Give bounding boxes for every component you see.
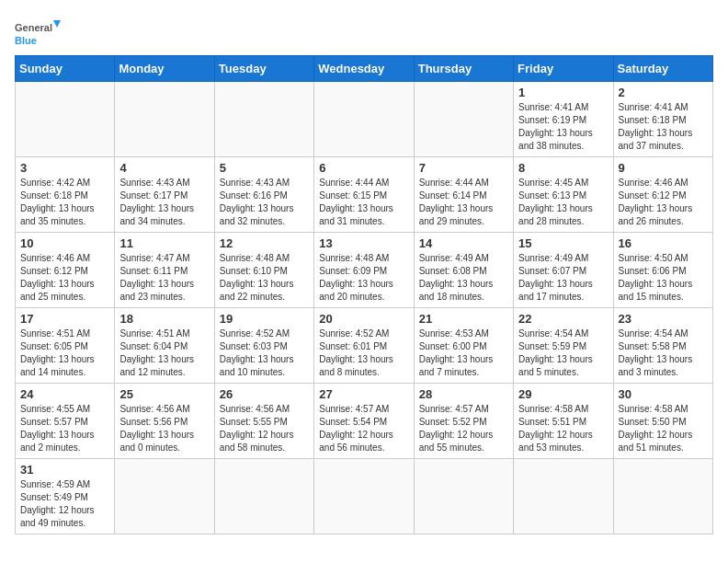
day-info: Sunrise: 4:51 AM Sunset: 6:04 PM Dayligh… <box>119 327 209 379</box>
day-info: Sunrise: 4:43 AM Sunset: 6:17 PM Dayligh… <box>119 177 209 228</box>
day-number: 12 <box>220 236 309 250</box>
calendar-day-cell: 25Sunrise: 4:56 AM Sunset: 5:56 PM Dayli… <box>115 384 214 459</box>
day-info: Sunrise: 4:57 AM Sunset: 5:54 PM Dayligh… <box>319 403 408 454</box>
day-number: 28 <box>419 387 508 401</box>
calendar-day-cell: 22Sunrise: 4:54 AM Sunset: 5:59 PM Dayli… <box>514 308 613 384</box>
day-number: 26 <box>220 387 309 401</box>
day-number: 10 <box>20 236 109 250</box>
calendar-day-cell: 6Sunrise: 4:44 AM Sunset: 6:15 PM Daylig… <box>314 157 414 233</box>
calendar-day-cell: 30Sunrise: 4:58 AM Sunset: 5:50 PM Dayli… <box>613 384 712 459</box>
calendar-day-cell <box>314 459 414 534</box>
day-info: Sunrise: 4:47 AM Sunset: 6:11 PM Dayligh… <box>119 252 209 304</box>
calendar-day-cell: 9Sunrise: 4:46 AM Sunset: 6:12 PM Daylig… <box>613 157 712 233</box>
day-info: Sunrise: 4:54 AM Sunset: 5:58 PM Dayligh… <box>619 327 708 379</box>
calendar-day-cell: 19Sunrise: 4:52 AM Sunset: 6:03 PM Dayli… <box>214 308 313 384</box>
day-number: 5 <box>220 161 309 175</box>
day-info: Sunrise: 4:42 AM Sunset: 6:18 PM Dayligh… <box>20 177 109 228</box>
calendar-week-row: 10Sunrise: 4:46 AM Sunset: 6:12 PM Dayli… <box>16 233 713 308</box>
calendar-week-row: 31Sunrise: 4:59 AM Sunset: 5:49 PM Dayli… <box>16 459 713 534</box>
svg-text:Blue: Blue <box>15 35 37 46</box>
day-number: 25 <box>119 387 209 401</box>
day-number: 31 <box>20 463 109 477</box>
calendar-day-cell: 23Sunrise: 4:54 AM Sunset: 5:58 PM Dayli… <box>613 308 712 384</box>
day-info: Sunrise: 4:49 AM Sunset: 6:08 PM Dayligh… <box>419 252 508 304</box>
calendar-day-cell: 26Sunrise: 4:56 AM Sunset: 5:55 PM Dayli… <box>214 384 313 459</box>
weekday-header-row: SundayMondayTuesdayWednesdayThursdayFrid… <box>16 56 713 82</box>
day-number: 8 <box>518 161 608 175</box>
day-number: 6 <box>319 161 408 175</box>
day-info: Sunrise: 4:46 AM Sunset: 6:12 PM Dayligh… <box>20 252 109 304</box>
day-info: Sunrise: 4:48 AM Sunset: 6:09 PM Dayligh… <box>319 252 408 304</box>
calendar-day-cell: 27Sunrise: 4:57 AM Sunset: 5:54 PM Dayli… <box>314 384 414 459</box>
day-number: 15 <box>518 236 608 250</box>
calendar-day-cell: 13Sunrise: 4:48 AM Sunset: 6:09 PM Dayli… <box>314 233 414 308</box>
calendar-week-row: 1Sunrise: 4:41 AM Sunset: 6:19 PM Daylig… <box>16 82 713 157</box>
day-number: 1 <box>518 86 608 99</box>
calendar-day-cell: 3Sunrise: 4:42 AM Sunset: 6:18 PM Daylig… <box>16 157 115 233</box>
day-number: 7 <box>419 161 508 175</box>
page-header: General Blue <box>15 15 713 52</box>
day-info: Sunrise: 4:51 AM Sunset: 6:05 PM Dayligh… <box>20 327 109 379</box>
calendar-day-cell: 1Sunrise: 4:41 AM Sunset: 6:19 PM Daylig… <box>514 82 613 157</box>
day-info: Sunrise: 4:48 AM Sunset: 6:10 PM Dayligh… <box>220 252 309 304</box>
day-number: 23 <box>619 312 708 326</box>
calendar-day-cell <box>214 459 313 534</box>
calendar-week-row: 17Sunrise: 4:51 AM Sunset: 6:05 PM Dayli… <box>16 308 713 384</box>
day-info: Sunrise: 4:58 AM Sunset: 5:51 PM Dayligh… <box>518 403 608 454</box>
day-info: Sunrise: 4:56 AM Sunset: 5:56 PM Dayligh… <box>119 403 209 454</box>
day-number: 16 <box>619 236 708 250</box>
day-info: Sunrise: 4:53 AM Sunset: 6:00 PM Dayligh… <box>419 327 508 379</box>
calendar-day-cell <box>16 82 115 157</box>
day-info: Sunrise: 4:57 AM Sunset: 5:52 PM Dayligh… <box>419 403 508 454</box>
day-info: Sunrise: 4:50 AM Sunset: 6:06 PM Dayligh… <box>619 252 708 304</box>
day-number: 21 <box>419 312 508 326</box>
calendar-day-cell: 16Sunrise: 4:50 AM Sunset: 6:06 PM Dayli… <box>613 233 712 308</box>
calendar-day-cell: 20Sunrise: 4:52 AM Sunset: 6:01 PM Dayli… <box>314 308 414 384</box>
day-number: 18 <box>119 312 209 326</box>
day-info: Sunrise: 4:58 AM Sunset: 5:50 PM Dayligh… <box>619 403 708 454</box>
day-info: Sunrise: 4:44 AM Sunset: 6:15 PM Dayligh… <box>319 177 408 228</box>
day-info: Sunrise: 4:54 AM Sunset: 5:59 PM Dayligh… <box>518 327 608 379</box>
day-info: Sunrise: 4:45 AM Sunset: 6:13 PM Dayligh… <box>518 177 608 228</box>
calendar-day-cell: 12Sunrise: 4:48 AM Sunset: 6:10 PM Dayli… <box>214 233 313 308</box>
day-number: 4 <box>119 161 209 175</box>
weekday-header-sunday: Sunday <box>16 56 115 82</box>
day-number: 24 <box>20 387 109 401</box>
calendar-day-cell <box>314 82 414 157</box>
calendar-day-cell: 8Sunrise: 4:45 AM Sunset: 6:13 PM Daylig… <box>514 157 613 233</box>
day-info: Sunrise: 4:41 AM Sunset: 6:18 PM Dayligh… <box>619 101 708 153</box>
weekday-header-monday: Monday <box>115 56 214 82</box>
calendar-day-cell: 17Sunrise: 4:51 AM Sunset: 6:05 PM Dayli… <box>16 308 115 384</box>
day-number: 27 <box>319 387 408 401</box>
weekday-header-friday: Friday <box>514 56 613 82</box>
calendar-day-cell: 5Sunrise: 4:43 AM Sunset: 6:16 PM Daylig… <box>214 157 313 233</box>
logo-svg: General Blue <box>15 15 61 52</box>
weekday-header-saturday: Saturday <box>613 56 712 82</box>
calendar-day-cell <box>115 459 214 534</box>
calendar-week-row: 3Sunrise: 4:42 AM Sunset: 6:18 PM Daylig… <box>16 157 713 233</box>
svg-text:General: General <box>15 22 52 33</box>
weekday-header-thursday: Thursday <box>414 56 513 82</box>
day-info: Sunrise: 4:49 AM Sunset: 6:07 PM Dayligh… <box>518 252 608 304</box>
day-info: Sunrise: 4:55 AM Sunset: 5:57 PM Dayligh… <box>20 403 109 454</box>
day-number: 14 <box>419 236 508 250</box>
day-info: Sunrise: 4:41 AM Sunset: 6:19 PM Dayligh… <box>518 101 608 153</box>
day-number: 17 <box>20 312 109 326</box>
day-info: Sunrise: 4:46 AM Sunset: 6:12 PM Dayligh… <box>619 177 708 228</box>
svg-marker-2 <box>53 20 61 28</box>
day-number: 22 <box>518 312 608 326</box>
calendar-day-cell <box>613 459 712 534</box>
day-number: 30 <box>619 387 708 401</box>
day-info: Sunrise: 4:59 AM Sunset: 5:49 PM Dayligh… <box>20 478 109 530</box>
day-number: 13 <box>319 236 408 250</box>
day-number: 20 <box>319 312 408 326</box>
calendar-day-cell: 24Sunrise: 4:55 AM Sunset: 5:57 PM Dayli… <box>16 384 115 459</box>
calendar-day-cell: 31Sunrise: 4:59 AM Sunset: 5:49 PM Dayli… <box>16 459 115 534</box>
logo: General Blue <box>15 15 61 52</box>
calendar-day-cell: 29Sunrise: 4:58 AM Sunset: 5:51 PM Dayli… <box>514 384 613 459</box>
calendar-day-cell: 18Sunrise: 4:51 AM Sunset: 6:04 PM Dayli… <box>115 308 214 384</box>
day-info: Sunrise: 4:44 AM Sunset: 6:14 PM Dayligh… <box>419 177 508 228</box>
calendar-day-cell: 10Sunrise: 4:46 AM Sunset: 6:12 PM Dayli… <box>16 233 115 308</box>
day-number: 9 <box>619 161 708 175</box>
calendar-day-cell: 4Sunrise: 4:43 AM Sunset: 6:17 PM Daylig… <box>115 157 214 233</box>
